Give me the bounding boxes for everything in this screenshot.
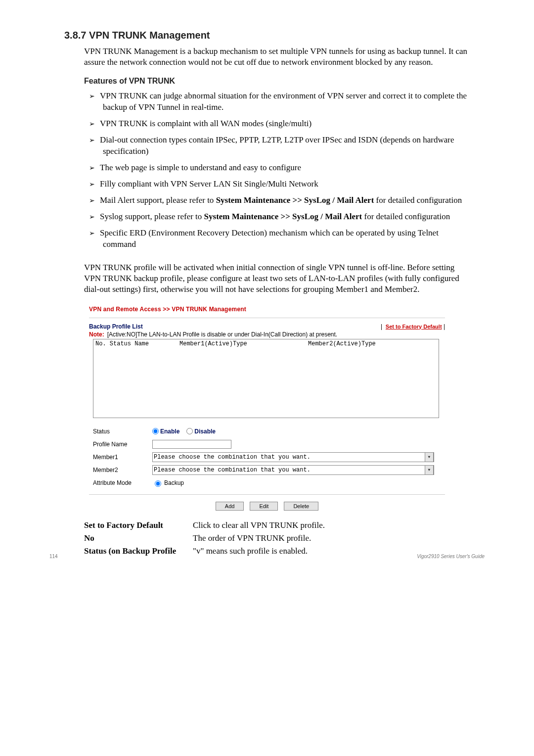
- definition-row: Set to Factory Default Click to clear al…: [84, 520, 470, 530]
- feature-item: ➢VPN TRUNK is complaint with all WAN mod…: [84, 118, 470, 130]
- note-text: [Active:NO]The LAN-to-LAN Profile is dis…: [107, 331, 338, 338]
- bullet-arrow-icon: ➢: [89, 119, 100, 129]
- status-label: Status: [93, 428, 152, 435]
- backup-radio[interactable]: [155, 480, 161, 487]
- profile-name-input[interactable]: [152, 440, 231, 449]
- divider: [89, 494, 445, 495]
- attribute-mode-label: Attribute Mode: [93, 479, 152, 486]
- col-no-status-name: No. Status Name: [95, 340, 179, 347]
- bullet-arrow-icon: ➢: [89, 212, 100, 222]
- feature-item: ➢Specific ERD (Environment Recovery Dete…: [84, 228, 470, 250]
- backup-radio-label[interactable]: Backup: [152, 479, 184, 487]
- page-number: 114: [49, 554, 58, 559]
- disable-radio[interactable]: [186, 428, 193, 434]
- post-features-paragraph: VPN TRUNK profile will be activated when…: [84, 262, 470, 295]
- intro-paragraph: VPN TRUNK Management is a backup mechani…: [84, 46, 470, 68]
- footer-guide-title: Vigor2910 Series User's Guide: [417, 554, 485, 559]
- profile-name-label: Profile Name: [93, 441, 152, 448]
- breadcrumb: VPN and Remote Access >> VPN TRUNK Manag…: [89, 306, 445, 313]
- settings-screenshot: VPN and Remote Access >> VPN TRUNK Manag…: [89, 306, 445, 511]
- bullet-arrow-icon: ➢: [89, 229, 100, 238]
- member1-selected: Please choose the combination that you w…: [153, 454, 311, 461]
- edit-button[interactable]: Edit: [250, 502, 278, 511]
- divider: [89, 318, 445, 318]
- delete-button[interactable]: Delete: [284, 502, 318, 511]
- enable-radio[interactable]: [152, 428, 159, 434]
- feature-item: ➢The web page is simple to understand an…: [84, 162, 470, 174]
- member2-selected: Please choose the combination that you w…: [153, 467, 311, 473]
- enable-radio-label[interactable]: Enable: [152, 428, 179, 435]
- chevron-down-icon[interactable]: ▼: [425, 452, 434, 462]
- note-label: Note:: [89, 331, 104, 338]
- backup-profile-list-title: Backup Profile List: [89, 323, 143, 330]
- add-button[interactable]: Add: [216, 502, 244, 511]
- feature-item: ➢Filly compliant with VPN Server LAN Sit…: [84, 179, 470, 190]
- definition-term: Set to Factory Default: [84, 520, 193, 530]
- features-list: ➢VPN TRUNK can judge abnormal situation …: [84, 91, 470, 250]
- definition-row: No The order of VPN TRUNK profile.: [84, 533, 470, 543]
- bullet-arrow-icon: ➢: [89, 136, 100, 145]
- member1-dropdown[interactable]: Please choose the combination that you w…: [152, 452, 434, 462]
- definitions-block: Set to Factory Default Click to clear al…: [84, 520, 470, 556]
- feature-item: ➢Mail Alert support, please refer to Sys…: [84, 195, 470, 206]
- bullet-arrow-icon: ➢: [89, 196, 100, 205]
- member2-dropdown[interactable]: Please choose the combination that you w…: [152, 465, 434, 475]
- chevron-down-icon[interactable]: ▼: [425, 465, 434, 475]
- bullet-arrow-icon: ➢: [89, 180, 100, 189]
- col-member1: Member1(Active)Type: [179, 340, 308, 347]
- bullet-arrow-icon: ➢: [89, 163, 100, 173]
- list-header-row: No. Status Name Member1(Active)Type Memb…: [93, 339, 439, 348]
- definition-desc: Click to clear all VPN TRUNK profile.: [193, 520, 470, 530]
- feature-item: ➢VPN TRUNK can judge abnormal situation …: [84, 91, 470, 113]
- definition-desc: The order of VPN TRUNK profile.: [193, 533, 470, 543]
- feature-item: ➢Dial-out connection types contain IPSec…: [84, 135, 470, 157]
- feature-item: ➢Syslog support, please refer to System …: [84, 211, 470, 223]
- profile-list-box[interactable]: No. Status Name Member1(Active)Type Memb…: [93, 339, 439, 418]
- reset-link-container: | Set to Factory Default |: [381, 323, 445, 330]
- features-subheading: Features of VPN TRUNK: [84, 77, 485, 86]
- definition-term: No: [84, 533, 193, 543]
- member2-label: Member2: [93, 467, 152, 473]
- section-heading: 3.8.7 VPN TRUNK Management: [64, 30, 485, 41]
- bullet-arrow-icon: ➢: [89, 92, 100, 101]
- col-member2: Member2(Active)Type: [308, 340, 437, 347]
- member1-label: Member1: [93, 454, 152, 461]
- note-row: Note:[Active:NO]The LAN-to-LAN Profile i…: [89, 331, 445, 338]
- disable-radio-label[interactable]: Disable: [186, 428, 216, 435]
- set-to-factory-default-link[interactable]: Set to Factory Default: [386, 324, 442, 330]
- page-footer: 114 Vigor2910 Series User's Guide: [49, 554, 485, 559]
